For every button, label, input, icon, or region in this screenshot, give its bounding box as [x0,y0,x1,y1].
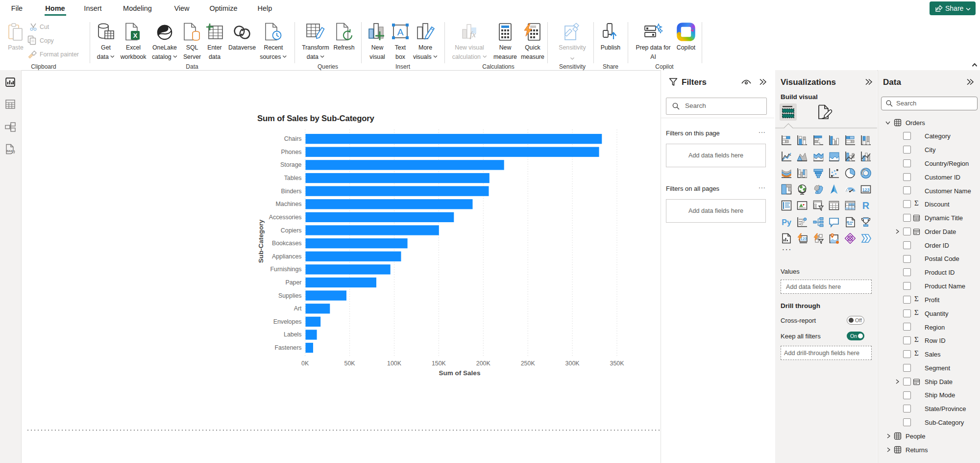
svg-text:0K: 0K [301,360,309,367]
svg-text:A: A [397,27,404,37]
svg-text:Py: Py [782,218,791,227]
svg-text:100K: 100K [387,360,402,367]
svg-text:X: X [133,32,138,39]
svg-text:Furnishings: Furnishings [270,266,301,273]
svg-text:Machines: Machines [275,201,301,207]
svg-text:350K: 350K [610,360,625,367]
svg-text:fx: fx [470,30,476,39]
svg-text:Sum of Sales: Sum of Sales [439,369,481,377]
svg-text:300K: 300K [565,360,580,367]
svg-text:Art: Art [294,305,302,312]
svg-text:Sub-Category: Sub-Category [257,219,265,263]
svg-text:200K: 200K [476,360,491,367]
svg-text:50K: 50K [344,360,356,367]
svg-text:150K: 150K [432,360,446,367]
svg-text:Supplies: Supplies [278,292,302,299]
svg-text:Fasteners: Fasteners [274,344,301,351]
svg-text:Phones: Phones [281,149,301,155]
svg-text:Labels: Labels [284,331,302,338]
svg-text:DAX: DAX [6,150,13,153]
svg-text:Tables: Tables [284,175,302,181]
svg-text:R: R [862,200,870,211]
svg-text:Envelopes: Envelopes [273,318,302,325]
svg-text:Appliances: Appliances [272,253,302,260]
svg-text:Binders: Binders [281,188,301,195]
svg-text:Bookcases: Bookcases [272,240,302,247]
svg-text:Chairs: Chairs [284,135,302,142]
svg-text:Storage: Storage [280,161,302,168]
svg-text:250K: 250K [521,360,536,367]
svg-text:Sum of Sales by Sub-Category: Sum of Sales by Sub-Category [257,114,375,123]
svg-text:123: 123 [862,187,869,192]
svg-text:Paper: Paper [285,279,301,286]
svg-text:Accessories: Accessories [269,214,302,221]
svg-text:Copiers: Copiers [281,227,302,234]
